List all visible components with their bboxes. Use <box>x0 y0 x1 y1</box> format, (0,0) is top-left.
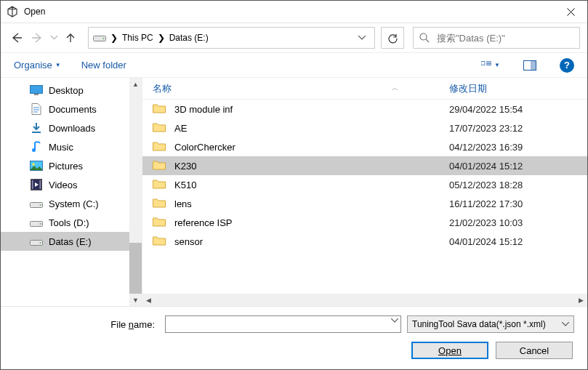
help-button[interactable]: ? <box>560 58 574 73</box>
organise-menu[interactable]: Organise ▼ <box>14 60 61 71</box>
list-h-scrollbar[interactable]: ◀ ▶ <box>142 294 587 306</box>
file-date: 16/11/2022 17:30 <box>442 198 587 209</box>
list-row[interactable]: sensor04/01/2024 15:12 <box>142 232 587 251</box>
scroll-right-arrow-icon[interactable]: ▶ <box>575 294 587 306</box>
scroll-thumb[interactable] <box>129 243 142 294</box>
scroll-up-arrow-icon[interactable]: ▲ <box>129 78 142 90</box>
nav-tree: DesktopDocumentsDownloadsMusicPicturesVi… <box>1 78 142 306</box>
tree-item-desktop[interactable]: Desktop <box>1 81 129 100</box>
folder-icon <box>153 179 167 190</box>
folder-icon <box>153 122 167 134</box>
tree-scrollbar[interactable]: ▲ ▼ <box>129 78 142 306</box>
organise-label: Organise <box>14 60 52 71</box>
sort-indicator-icon: ︿ <box>392 84 398 93</box>
address-bar[interactable]: ❯ This PC ❯ Datas (E:) <box>88 27 375 49</box>
tree-item-drive[interactable]: Datas (E:) <box>1 232 129 251</box>
svg-rect-3 <box>481 61 485 65</box>
breadcrumb-this-pc[interactable]: This PC <box>122 33 153 43</box>
svg-rect-6 <box>31 86 43 94</box>
folder-icon <box>153 160 167 172</box>
list-row[interactable]: reference ISP21/02/2023 10:03 <box>142 213 587 232</box>
tree-item-music[interactable]: Music <box>1 137 129 156</box>
dropdown-arrow-icon: ▼ <box>494 62 500 68</box>
breadcrumb-drive[interactable]: Datas (E:) <box>169 33 209 43</box>
back-button[interactable] <box>8 29 25 47</box>
file-name: lens <box>174 198 442 209</box>
desktop-icon <box>30 84 43 96</box>
list-row[interactable]: K23004/01/2024 15:12 <box>142 156 587 175</box>
scroll-left-arrow-icon[interactable]: ◀ <box>142 294 155 306</box>
search-box[interactable] <box>413 27 580 49</box>
pictures-icon <box>30 160 43 172</box>
file-date: 04/12/2023 16:39 <box>442 142 587 153</box>
drive-icon <box>30 198 43 209</box>
history-dropdown[interactable] <box>49 29 59 47</box>
tree-item-downloads[interactable]: Downloads <box>1 118 129 137</box>
app-icon <box>7 6 18 17</box>
svg-point-15 <box>40 204 41 206</box>
filename-input[interactable] <box>165 315 401 333</box>
cancel-button[interactable]: Cancel <box>496 342 573 359</box>
search-input[interactable] <box>435 32 573 44</box>
close-button[interactable] <box>554 1 587 23</box>
tree-item-drive[interactable]: Tools (D:) <box>1 213 129 232</box>
column-name[interactable]: 名称 ︿ <box>142 82 442 95</box>
refresh-button[interactable] <box>381 27 404 49</box>
tree-item-label: Desktop <box>49 85 84 96</box>
chevron-right-icon: ❯ <box>110 33 118 43</box>
file-date: 29/04/2022 15:54 <box>442 104 587 115</box>
column-name-label: 名称 <box>153 82 172 95</box>
list-row[interactable]: 3D module inf29/04/2022 15:54 <box>142 100 587 118</box>
open-button[interactable]: Open <box>411 342 488 359</box>
tree-item-label: Tools (D:) <box>49 217 89 228</box>
footer: File name: TuningTool Sava data(*.json *… <box>1 306 587 369</box>
new-folder-button[interactable]: New folder <box>81 60 126 71</box>
drive-icon <box>30 217 43 228</box>
list-row[interactable]: AE17/07/2023 23:12 <box>142 118 587 137</box>
preview-pane-button[interactable] <box>520 57 539 73</box>
svg-point-19 <box>40 242 41 244</box>
downloads-icon <box>30 122 43 134</box>
folder-icon <box>153 198 167 209</box>
drive-icon <box>30 236 43 247</box>
videos-icon <box>30 179 43 190</box>
file-name: K510 <box>174 180 442 190</box>
open-dialog: Open ❯ This PC ❯ Datas (E:) <box>0 0 588 370</box>
tree-item-pictures[interactable]: Pictures <box>1 156 129 175</box>
filename-label: File name: <box>14 319 159 330</box>
file-list: 名称 ︿ 修改日期 3D module inf29/04/2022 15:54A… <box>142 78 587 306</box>
tree-item-videos[interactable]: Videos <box>1 175 129 194</box>
svg-point-1 <box>103 38 105 39</box>
file-name: AE <box>174 123 442 134</box>
tree-item-label: Downloads <box>49 123 95 134</box>
file-name: reference ISP <box>174 217 442 228</box>
dialog-title: Open <box>24 7 554 17</box>
view-options-button[interactable]: ▼ <box>481 57 500 73</box>
address-dropdown[interactable] <box>354 36 370 40</box>
toolbar: Organise ▼ New folder ▼ ? <box>1 52 587 77</box>
tree-item-label: Pictures <box>49 161 83 172</box>
list-row[interactable]: lens16/11/2022 17:30 <box>142 194 587 213</box>
svg-point-2 <box>420 33 427 40</box>
filename-dropdown-arrow-icon[interactable] <box>391 318 398 323</box>
new-folder-label: New folder <box>81 60 126 71</box>
dropdown-arrow-icon: ▼ <box>55 62 61 68</box>
body: DesktopDocumentsDownloadsMusicPicturesVi… <box>1 77 587 306</box>
titlebar: Open <box>1 1 587 23</box>
filetype-label: TuningTool Sava data(*.json *.xml) <box>412 319 546 329</box>
svg-rect-7 <box>34 94 39 95</box>
scroll-down-arrow-icon[interactable]: ▼ <box>129 294 142 306</box>
folder-icon <box>153 236 167 247</box>
file-name: K230 <box>174 161 442 172</box>
up-button[interactable] <box>62 29 79 47</box>
svg-point-10 <box>32 163 34 165</box>
filetype-select[interactable]: TuningTool Sava data(*.json *.xml) <box>407 315 574 333</box>
svg-point-8 <box>32 148 36 152</box>
column-date[interactable]: 修改日期 <box>442 82 587 95</box>
tree-item-drive[interactable]: System (C:) <box>1 194 129 213</box>
file-date: 04/01/2024 15:12 <box>442 161 587 172</box>
list-row[interactable]: ColorChercker04/12/2023 16:39 <box>142 137 587 156</box>
tree-item-documents[interactable]: Documents <box>1 100 129 118</box>
list-row[interactable]: K51005/12/2023 18:28 <box>142 175 587 194</box>
forward-button[interactable] <box>28 29 46 47</box>
